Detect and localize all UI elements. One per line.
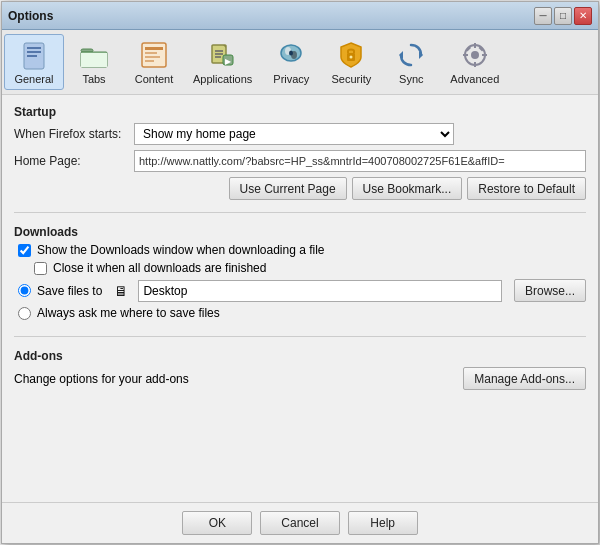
help-button[interactable]: Help [348,511,418,535]
tab-content-label: Content [135,73,174,85]
tab-applications-label: Applications [193,73,252,85]
svg-point-22 [289,51,293,56]
maximize-button[interactable]: □ [554,7,572,25]
ok-button[interactable]: OK [182,511,252,535]
title-bar-buttons: ─ □ ✕ [534,7,592,25]
svg-rect-8 [145,47,163,50]
close-downloads-checkbox[interactable] [34,262,47,275]
startup-when-row: When Firefox starts: Show my home page B… [14,123,586,145]
security-icon [335,39,367,71]
tab-general-label: General [14,73,53,85]
tab-content[interactable]: Content [124,34,184,90]
startup-when-label: When Firefox starts: [14,127,134,141]
desktop-icon: 🖥 [114,283,128,299]
svg-rect-1 [27,47,41,49]
close-downloads-row: Close it when all downloads are finished [14,261,586,275]
addons-description-row: Change options for your add-ons Manage A… [14,367,586,390]
svg-rect-32 [482,54,487,56]
tab-sync[interactable]: Sync [381,34,441,90]
tab-security-label: Security [331,73,371,85]
sync-icon [395,39,427,71]
manage-addons-button[interactable]: Manage Add-ons... [463,367,586,390]
cancel-button[interactable]: Cancel [260,511,339,535]
addons-description: Change options for your add-ons [14,372,463,386]
options-window: Options ─ □ ✕ General [1,1,599,544]
always-ask-radio[interactable] [18,307,31,320]
svg-rect-31 [463,54,468,56]
divider-2 [14,336,586,337]
tabs-icon [78,39,110,71]
svg-rect-6 [81,53,107,67]
save-files-label: Save files to [37,284,102,298]
startup-when-select[interactable]: Show my home page Blank page Last sessio… [134,123,454,145]
title-bar: Options ─ □ ✕ [2,2,598,30]
svg-rect-9 [145,52,157,54]
svg-rect-10 [145,56,160,58]
addons-label: Add-ons [14,349,586,363]
tab-advanced-label: Advanced [450,73,499,85]
addons-section: Add-ons Change options for your add-ons … [14,349,586,395]
homepage-row: Home Page: [14,150,586,172]
minimize-button[interactable]: ─ [534,7,552,25]
startup-section: Startup When Firefox starts: Show my hom… [14,105,586,200]
always-ask-label: Always ask me where to save files [37,306,220,320]
svg-point-28 [471,51,479,59]
tab-applications[interactable]: ▶ Applications [184,34,261,90]
browse-button[interactable]: Browse... [514,279,586,302]
content-area: Startup When Firefox starts: Show my hom… [2,95,598,502]
svg-rect-2 [27,51,41,53]
svg-rect-29 [474,43,476,48]
svg-rect-3 [27,55,37,57]
restore-to-default-button[interactable]: Restore to Default [467,177,586,200]
tab-advanced[interactable]: Advanced [441,34,508,90]
save-files-row: Save files to 🖥 Browse... [14,279,586,302]
svg-rect-30 [474,62,476,67]
applications-icon: ▶ [207,39,239,71]
show-downloads-checkbox[interactable] [18,244,31,257]
footer: OK Cancel Help [2,502,598,543]
tab-privacy-label: Privacy [273,73,309,85]
tab-tabs[interactable]: Tabs [64,34,124,90]
window-title: Options [8,9,53,23]
privacy-icon [275,39,307,71]
use-current-page-button[interactable]: Use Current Page [229,177,347,200]
startup-btn-row: Use Current Page Use Bookmark... Restore… [14,177,586,200]
show-downloads-row: Show the Downloads window when downloadi… [14,243,586,257]
save-location-input[interactable] [138,280,502,302]
tab-security[interactable]: Security [321,34,381,90]
downloads-label: Downloads [14,225,586,239]
always-ask-row: Always ask me where to save files [14,306,586,320]
use-bookmark-button[interactable]: Use Bookmark... [352,177,463,200]
downloads-section: Downloads Show the Downloads window when… [14,225,586,324]
show-downloads-label: Show the Downloads window when downloadi… [37,243,325,257]
close-downloads-label: Close it when all downloads are finished [53,261,266,275]
tab-tabs-label: Tabs [82,73,105,85]
content-icon [138,39,170,71]
close-button[interactable]: ✕ [574,7,592,25]
advanced-icon [459,39,491,71]
divider-1 [14,212,586,213]
svg-rect-11 [145,60,154,62]
svg-text:▶: ▶ [225,57,232,66]
general-icon [18,39,50,71]
tab-privacy[interactable]: Privacy [261,34,321,90]
homepage-label: Home Page: [14,154,134,168]
svg-point-24 [350,56,353,59]
tab-sync-label: Sync [399,73,423,85]
startup-label: Startup [14,105,586,119]
svg-rect-7 [142,43,166,67]
homepage-input[interactable] [134,150,586,172]
options-toolbar: General Tabs Con [2,30,598,95]
save-files-radio[interactable] [18,284,31,297]
tab-general[interactable]: General [4,34,64,90]
